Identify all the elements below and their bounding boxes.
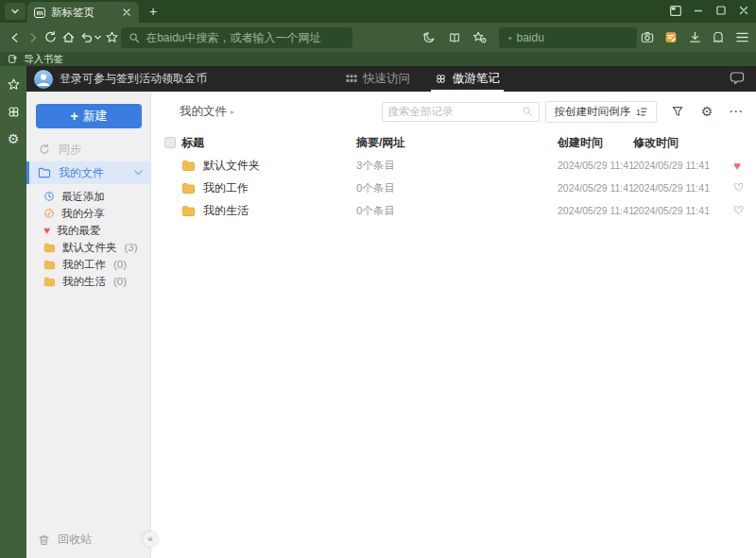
forward-button[interactable] bbox=[24, 26, 42, 49]
row-modified: 2024/05/29 11:41 bbox=[633, 160, 733, 171]
new-note-label: 新建 bbox=[83, 108, 108, 125]
trash-label: 回收站 bbox=[58, 532, 92, 548]
tab-quick-access[interactable]: 快速访问 bbox=[346, 66, 410, 92]
row-created: 2024/05/29 11:41 bbox=[558, 182, 633, 194]
sidebar-item-default-folder[interactable]: 默认文件夹 (3) bbox=[26, 239, 150, 256]
camera-icon bbox=[640, 30, 655, 44]
sidebar-item-recent[interactable]: 最近添加 bbox=[26, 188, 150, 205]
sidebar-item-my-life[interactable]: 我的生活 (0) bbox=[26, 273, 150, 290]
favorite-heart-icon[interactable]: ♥ bbox=[733, 160, 741, 172]
select-all-checkbox[interactable] bbox=[164, 137, 176, 148]
column-modified[interactable]: 修改时间 bbox=[633, 135, 733, 151]
speech-bubble-icon bbox=[730, 72, 745, 85]
home-button[interactable] bbox=[60, 26, 77, 49]
maxnote-panel-button[interactable] bbox=[5, 103, 22, 120]
row-summary: 0个条目 bbox=[356, 204, 558, 218]
notes-sidebar: + 新建 同步 我的文件 最 bbox=[26, 92, 151, 558]
table-row[interactable]: 默认文件夹 3个条目 2024/05/29 11:41 2024/05/29 1… bbox=[151, 154, 756, 177]
record-search-input[interactable] bbox=[388, 106, 522, 117]
address-input[interactable] bbox=[146, 31, 345, 44]
undo-dropdown-caret-icon[interactable] bbox=[94, 35, 101, 40]
window-controls bbox=[667, 2, 752, 19]
view-settings-button[interactable]: ⚙ bbox=[698, 103, 715, 120]
favorite-heart-icon[interactable]: ♡ bbox=[733, 205, 744, 217]
favorites-panel-button[interactable] bbox=[5, 76, 22, 93]
bookmark-bar: 导入书签 bbox=[0, 52, 756, 66]
sidebar-item-my-work[interactable]: 我的工作 (0) bbox=[26, 256, 150, 273]
favorite-star-button[interactable] bbox=[103, 26, 121, 49]
maxnote-button[interactable] bbox=[661, 26, 681, 49]
download-icon bbox=[688, 30, 702, 44]
toolbar-right-icons bbox=[637, 26, 752, 49]
browser-toolbar: ▾ bbox=[0, 23, 756, 52]
column-title[interactable]: 标题 bbox=[181, 135, 356, 151]
hamburger-menu-icon bbox=[735, 31, 749, 43]
import-bookmarks-icon bbox=[8, 54, 18, 64]
browser-window: m 新标签页 + bbox=[0, 0, 756, 558]
sidebar-collapse-button[interactable]: « bbox=[143, 532, 158, 547]
close-icon[interactable] bbox=[735, 2, 752, 19]
sidebar-item-my-files[interactable]: 我的文件 bbox=[26, 161, 150, 184]
notes-toolbar: 我的文件 ▸ 按创建时间倒序 1 bbox=[151, 97, 756, 126]
table-row[interactable]: 我的生活 0个条目 2024/05/29 11:41 2024/05/29 11… bbox=[151, 199, 756, 222]
sync-button[interactable]: 同步 bbox=[26, 140, 150, 159]
maxthon-logo-icon: m bbox=[34, 8, 45, 18]
tab-list-button[interactable] bbox=[5, 3, 26, 20]
favorite-heart-icon[interactable]: ♡ bbox=[733, 182, 744, 194]
funnel-icon bbox=[671, 105, 684, 118]
sidebar-item-my-shares[interactable]: 我的分享 bbox=[26, 205, 150, 222]
import-bookmarks-button[interactable]: 导入书签 bbox=[24, 53, 63, 66]
item-label: 我的生活 bbox=[62, 275, 106, 289]
record-search[interactable] bbox=[382, 102, 540, 122]
maximize-icon[interactable] bbox=[713, 2, 730, 19]
folder-icon bbox=[181, 182, 196, 194]
row-created: 2024/05/29 11:41 bbox=[558, 160, 633, 171]
chevron-right-icon bbox=[26, 31, 40, 44]
extensions-button[interactable] bbox=[708, 26, 729, 49]
column-created[interactable]: 创建时间 bbox=[558, 135, 633, 151]
login-banner[interactable]: 登录可参与签到活动领取金币 bbox=[60, 71, 207, 87]
address-bar[interactable] bbox=[121, 27, 352, 48]
share-pen-icon bbox=[43, 208, 55, 219]
browser-tab[interactable]: m 新标签页 bbox=[27, 2, 139, 23]
breadcrumb[interactable]: 我的文件 ▸ bbox=[180, 104, 234, 120]
new-tab-button[interactable]: + bbox=[145, 4, 162, 21]
search-icon bbox=[522, 106, 533, 117]
back-button[interactable] bbox=[6, 26, 24, 49]
avatar[interactable] bbox=[34, 70, 53, 89]
boss-key-icon[interactable] bbox=[667, 2, 684, 19]
search-engine-caret-icon[interactable]: ▾ bbox=[508, 35, 512, 42]
refresh-button[interactable] bbox=[42, 26, 60, 49]
notes-table: 标题 摘要/网址 创建时间 修改时间 默认文件夹 bbox=[151, 131, 756, 222]
reading-mode-button[interactable] bbox=[444, 26, 465, 49]
more-options-button[interactable]: ⋯ bbox=[728, 103, 745, 120]
settings-button[interactable]: ⚙ bbox=[5, 130, 22, 147]
my-files-label: 我的文件 bbox=[59, 165, 104, 181]
tab-close-icon[interactable] bbox=[120, 6, 133, 19]
grid-icon bbox=[346, 74, 357, 84]
filter-button[interactable] bbox=[669, 103, 686, 120]
item-count: (0) bbox=[113, 276, 127, 287]
undo-button[interactable] bbox=[78, 26, 103, 49]
sidebar-item-favorites[interactable]: ♥ 我的最爱 bbox=[26, 222, 150, 239]
downloads-button[interactable] bbox=[684, 26, 705, 49]
night-mode-button[interactable] bbox=[419, 26, 439, 49]
item-count: (3) bbox=[125, 242, 138, 253]
new-note-button[interactable]: + 新建 bbox=[36, 104, 142, 128]
table-row[interactable]: 我的工作 0个条目 2024/05/29 11:41 2024/05/29 11… bbox=[151, 177, 756, 199]
minimize-icon[interactable] bbox=[690, 2, 707, 19]
feedback-button[interactable] bbox=[730, 72, 745, 85]
favorites-manager-button[interactable] bbox=[470, 26, 490, 49]
main-menu-button[interactable] bbox=[731, 26, 752, 49]
breadcrumb-label: 我的文件 bbox=[180, 104, 227, 120]
screenshot-button[interactable] bbox=[637, 26, 658, 49]
quick-search-box[interactable]: ▾ bbox=[499, 27, 637, 48]
ghost-skin-icon bbox=[711, 30, 726, 44]
folder-icon bbox=[43, 277, 56, 287]
sort-order-button[interactable]: 按创建时间倒序 1 bbox=[545, 101, 658, 123]
trash-button[interactable]: 回收站 bbox=[38, 532, 92, 548]
home-icon bbox=[61, 30, 76, 44]
sync-label: 同步 bbox=[59, 142, 81, 158]
column-summary[interactable]: 摘要/网址 bbox=[356, 135, 558, 151]
tab-maxnote[interactable]: 傲游笔记 bbox=[435, 66, 500, 92]
